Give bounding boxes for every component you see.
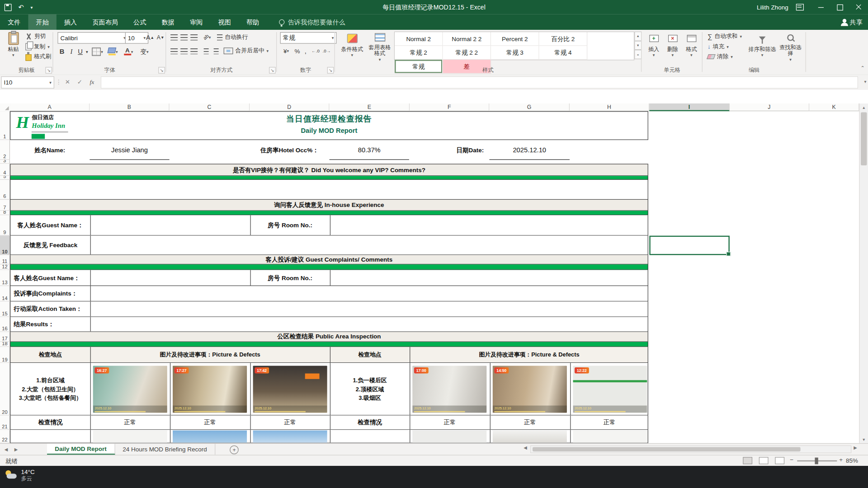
col-header-i[interactable]: I <box>649 103 730 111</box>
col-header-b[interactable]: B <box>90 103 169 111</box>
selected-cell-i10[interactable] <box>649 236 730 255</box>
name-value[interactable]: Jessie Jiang <box>90 140 169 160</box>
orientation-icon[interactable]: ab▾ <box>202 32 212 42</box>
photo-strip[interactable] <box>173 431 247 443</box>
tab-help[interactable]: 帮助 <box>239 14 267 30</box>
inspection-photos-row[interactable]: 1.前台区域 2.大堂（包括卫生间） 3.大堂吧（包括备餐间） 16:27 20… <box>10 363 648 415</box>
row-header-5[interactable]: 5 <box>0 176 10 180</box>
autosum-button[interactable]: ∑自动求和▾ <box>708 32 742 41</box>
inspection-photo-lobby-bar[interactable]: 17:42 2025.12.10 <box>253 366 327 413</box>
horizontal-scrollbar[interactable] <box>530 446 851 453</box>
cut-button[interactable]: 剪切 <box>25 32 46 41</box>
row-header-18[interactable]: 18 <box>0 342 10 347</box>
col-header-a[interactable]: A <box>10 103 90 111</box>
page-layout-view-icon[interactable] <box>759 457 769 464</box>
style-changgui2[interactable]: 常规 2 <box>395 46 443 60</box>
increase-font-icon[interactable]: A▲ <box>145 32 155 42</box>
percent-style-icon[interactable]: % <box>293 46 301 56</box>
decrease-indent-icon[interactable] <box>202 46 211 56</box>
inhouse-section-header[interactable]: 询问客人反馈意见 In-house Experience <box>10 200 648 211</box>
row-header-11[interactable]: 11 <box>0 255 10 264</box>
hscroll-left-icon[interactable]: ◀ <box>524 446 527 450</box>
photo-strip[interactable] <box>573 431 647 443</box>
minimize-button[interactable] <box>811 0 830 14</box>
page-break-view-icon[interactable] <box>775 457 784 464</box>
inspection-status-row[interactable]: 检查情况 正常 正常 正常 检查情况 正常 正常 正常 <box>10 416 648 430</box>
borders-icon[interactable]: ▾ <box>92 46 103 57</box>
public-area-section-header[interactable]: 公区检查结果 Public Area Inspection <box>10 332 648 342</box>
row-header-21[interactable]: 21 <box>0 416 10 430</box>
row-header-19[interactable]: 19 <box>0 347 10 363</box>
align-left-icon[interactable] <box>170 46 179 56</box>
row-header-16[interactable]: 16 <box>0 317 10 332</box>
row-header-15[interactable]: 15 <box>0 301 10 317</box>
share-button[interactable]: 共享 <box>843 14 863 30</box>
find-select-button[interactable]: 查找和选择▾ <box>777 32 804 63</box>
maximize-button[interactable] <box>830 0 849 14</box>
insert-function-icon[interactable]: fx <box>86 76 97 87</box>
align-top-icon[interactable] <box>170 32 179 42</box>
align-bottom-icon[interactable] <box>189 32 198 42</box>
row-header-4[interactable]: 4 <box>0 164 10 176</box>
italic-icon[interactable]: I <box>67 46 75 57</box>
status-cell[interactable]: 正常 <box>250 416 330 430</box>
inspection-header-row[interactable]: 检查地点 图片及待改进事项：Picture & Defects 检查地点 图片及… <box>10 347 648 363</box>
decrease-decimal-icon[interactable]: .0→ <box>321 46 332 56</box>
row-header-2[interactable]: 2 <box>0 140 10 160</box>
tab-data[interactable]: 数据 <box>154 14 182 30</box>
sheet-tab-daily-mod-report[interactable]: Daily MOD Report <box>47 444 115 455</box>
inhouse-guest-row[interactable]: 客人姓名Guest Name： 房号 Room No.: <box>10 215 648 235</box>
style-percent2[interactable]: Percent 2 <box>491 32 539 46</box>
bold-icon[interactable]: B <box>57 46 66 57</box>
photo-strip[interactable] <box>412 431 486 443</box>
vertical-scrollbar[interactable]: ▲ ▼ <box>859 103 868 443</box>
complaints-section-header[interactable]: 客人投诉/建议 Guest Complaints/ Comments <box>10 255 648 264</box>
increase-indent-icon[interactable] <box>212 46 221 56</box>
new-sheet-button[interactable]: + <box>230 446 239 455</box>
fill-color-icon[interactable]: ▾ <box>106 46 119 57</box>
tell-me-box[interactable]: 告诉我你想要做什么 <box>279 14 345 30</box>
col-header-f[interactable]: F <box>410 103 489 111</box>
copy-button[interactable]: 复制▾ <box>25 42 50 51</box>
align-center-icon[interactable] <box>179 46 189 56</box>
paste-button[interactable]: 粘贴▾ <box>3 32 23 63</box>
clipboard-dialog-launcher[interactable]: ↘ <box>45 67 52 74</box>
vip-section-header[interactable]: 是否有VIP接待？有何建议？ Did You welcome any VIP? … <box>10 164 648 176</box>
style-changgui3[interactable]: 常规 3 <box>491 46 539 60</box>
gallery-down-icon[interactable]: ▼ <box>634 41 642 50</box>
style-normal22[interactable]: Normal 2 2 <box>443 32 491 46</box>
inspection-photo-smoking-area[interactable]: 12:22 2025.12.10 <box>573 366 647 413</box>
name-box-dropdown-icon[interactable]: ▾ <box>49 80 52 85</box>
tab-file[interactable]: 文件 <box>0 14 28 30</box>
status-cell[interactable]: 正常 <box>410 416 490 430</box>
increase-decimal-icon[interactable]: ←.0 <box>310 46 321 56</box>
ribbon-display-options-icon[interactable] <box>796 4 804 11</box>
complaints-guest-row[interactable]: 客人姓名Guest Name： 房号 Room No.: <box>10 270 648 286</box>
tab-review[interactable]: 审阅 <box>182 14 210 30</box>
accounting-format-icon[interactable]: ¥▾ <box>280 46 292 56</box>
phonetic-guide-icon[interactable]: 变▾ <box>137 46 152 57</box>
status-cell[interactable]: 正常 <box>90 416 170 430</box>
scroll-down-icon[interactable]: ▼ <box>860 436 868 443</box>
delete-cells-button[interactable]: × 删除▾ <box>664 32 681 63</box>
style-changgui22[interactable]: 常规 2 2 <box>443 46 491 60</box>
zoom-slider-thumb[interactable] <box>815 458 818 465</box>
col-header-c[interactable]: C <box>170 103 250 111</box>
sheet-tab-24h-briefing[interactable]: 24 Hours MOD Briefing Record <box>115 444 215 455</box>
col-header-k[interactable]: K <box>809 103 859 111</box>
col-header-e[interactable]: E <box>330 103 410 111</box>
scroll-up-icon[interactable]: ▲ <box>860 103 868 111</box>
account-user[interactable]: Lilith Zhong <box>757 4 788 11</box>
tab-view[interactable]: 视图 <box>210 14 238 30</box>
format-as-table-button[interactable]: 套用表格格式▾ <box>367 32 393 63</box>
row-header-14[interactable]: 14 <box>0 286 10 301</box>
font-name-combo[interactable]: Calibri▾ <box>57 32 128 44</box>
style-changgui4[interactable]: 常规 4 <box>539 46 588 60</box>
clear-button[interactable]: 清除▾ <box>708 52 733 61</box>
tab-home[interactable]: 开始 <box>28 14 56 30</box>
zoom-in-icon[interactable]: + <box>839 456 843 463</box>
sheet-nav-right-icon[interactable]: ▶ <box>14 444 18 455</box>
tab-insert[interactable]: 插入 <box>57 14 85 30</box>
format-painter-button[interactable]: 格式刷 <box>25 52 51 61</box>
zoom-level[interactable]: 85% <box>846 457 858 464</box>
